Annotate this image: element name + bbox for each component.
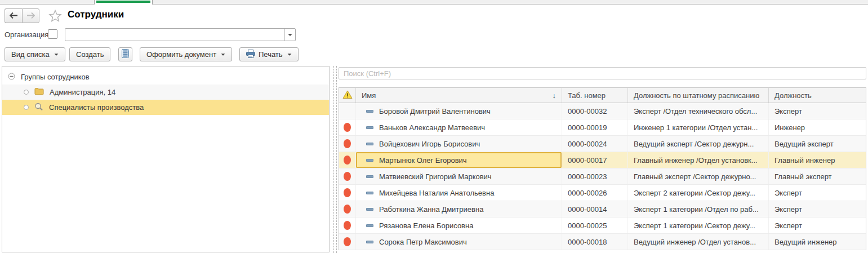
- back-button[interactable]: [5, 8, 22, 23]
- report-stack-button[interactable]: [118, 47, 132, 61]
- number-cell[interactable]: 0000-00019: [562, 119, 628, 135]
- name-cell[interactable]: Михейцева Наталия Анатольевна: [356, 185, 562, 201]
- employee-number: 0000-00024: [568, 140, 607, 148]
- favorite-star-icon[interactable]: [48, 9, 62, 23]
- name-cell[interactable]: Матвиевский Григорий Маркович: [356, 168, 562, 184]
- number-cell[interactable]: 0000-00024: [562, 136, 628, 152]
- warning-column-header[interactable]: [339, 88, 356, 103]
- panel-splitter[interactable]: [333, 66, 334, 253]
- table-row[interactable]: Михейцева Наталия Анатольевна 0000-00026…: [339, 185, 866, 201]
- forward-button[interactable]: [22, 8, 39, 23]
- create-button[interactable]: Создать: [69, 47, 110, 61]
- active-tab[interactable]: [94, 0, 153, 5]
- history-nav: [5, 8, 39, 23]
- tree-root-label: Группы сотрудников: [21, 73, 90, 81]
- number-cell[interactable]: 0000-00017: [562, 152, 628, 168]
- position-staff-text: Эксперт 2 категории /Сектор дежу...: [634, 189, 755, 197]
- number-cell[interactable]: 0000-00026: [562, 185, 628, 201]
- table-row[interactable]: Боровой Дмитрий Валентинович 0000-00032 …: [339, 103, 866, 119]
- table-row[interactable]: Рязанова Елена Борисовна 0000-00025 Эксп…: [339, 218, 866, 234]
- issue-document-button[interactable]: Оформить документ: [140, 47, 232, 61]
- panel-splitter[interactable]: [336, 66, 337, 253]
- table-row[interactable]: Работкина Жанна Дмитриевна 0000-00014 Эк…: [339, 201, 866, 218]
- position-cell[interactable]: Эксперт: [769, 185, 866, 201]
- employee-table: Имя ↓ Таб. номер Должность по штатному р…: [339, 87, 866, 250]
- view-list-label: Вид списка: [11, 50, 50, 59]
- name-cell[interactable]: Войцехович Игорь Борисович: [356, 136, 562, 152]
- position-cell[interactable]: Инженер: [769, 119, 866, 135]
- search-input[interactable]: [339, 67, 866, 79]
- number-cell[interactable]: 0000-00032: [562, 103, 628, 119]
- position-cell[interactable]: Ведущий эксперт: [769, 136, 866, 152]
- chevron-down-icon: [54, 54, 58, 55]
- table-row[interactable]: Матвиевский Григорий Маркович 0000-00023…: [339, 168, 866, 185]
- column-header-number[interactable]: Таб. номер: [562, 88, 628, 103]
- name-cell[interactable]: Боровой Дмитрий Валентинович: [356, 103, 562, 119]
- employee-number: 0000-00023: [568, 172, 607, 181]
- column-header-position[interactable]: Должность: [769, 88, 866, 103]
- position-cell[interactable]: Главный инженер: [769, 152, 866, 168]
- number-cell[interactable]: 0000-00014: [562, 201, 628, 217]
- status-cell: [339, 201, 356, 217]
- name-cell[interactable]: Ваньков Александр Матвеевич: [356, 119, 562, 135]
- position-cell[interactable]: Эксперт: [769, 103, 866, 119]
- position-cell[interactable]: Эксперт: [769, 218, 866, 233]
- table-row[interactable]: Войцехович Игорь Борисович 0000-00024 Ве…: [339, 136, 866, 152]
- position-staff-cell[interactable]: Инженер 1 категории /Отдел устан...: [628, 119, 769, 135]
- view-list-button[interactable]: Вид списка: [5, 47, 65, 61]
- organization-input[interactable]: [65, 29, 284, 41]
- position-staff-cell[interactable]: Эксперт /Отдел технического обсл...: [628, 103, 769, 119]
- number-cell[interactable]: 0000-00025: [562, 218, 628, 233]
- radio-circle-icon: [24, 90, 29, 95]
- position-staff-text: Эксперт 1 категории /Сектор дежу...: [634, 221, 755, 230]
- table-row[interactable]: Сорока Петр Максимович 0000-00018 Ведущи…: [339, 234, 866, 250]
- name-cell[interactable]: Сорока Петр Максимович: [356, 234, 562, 250]
- tree-item-administration[interactable]: Администрация, 14: [2, 85, 329, 100]
- position-staff-cell[interactable]: Главный инженер /Отдел установк...: [628, 152, 769, 168]
- employee-name: Боровой Дмитрий Валентинович: [379, 107, 491, 116]
- position-text: Ведущий эксперт: [774, 140, 834, 148]
- arrow-left-icon: [10, 12, 18, 20]
- position-staff-cell[interactable]: Ведущий инженер /Отдел установ...: [628, 234, 769, 250]
- organization-checkbox[interactable]: [48, 29, 57, 39]
- status-cell: [339, 119, 356, 135]
- employee-name: Рязанова Елена Борисовна: [379, 221, 473, 230]
- name-cell[interactable]: Рязанова Елена Борисовна: [356, 218, 562, 233]
- employee-name: Работкина Жанна Дмитриевна: [379, 205, 483, 214]
- collapse-icon[interactable]: [8, 73, 15, 82]
- position-cell[interactable]: Ведущий инженер: [769, 234, 866, 250]
- chevron-down-icon: [221, 54, 225, 55]
- number-cell[interactable]: 0000-00023: [562, 168, 628, 184]
- number-cell[interactable]: 0000-00018: [562, 234, 628, 250]
- table-row[interactable]: Ваньков Александр Матвеевич 0000-00019 И…: [339, 119, 866, 136]
- tree-item-label: Специалисты производства: [49, 103, 144, 112]
- status-cell: [339, 218, 356, 233]
- position-staff-cell[interactable]: Эксперт 1 категории /Отдел по раб...: [628, 201, 769, 217]
- employee-number: 0000-00026: [568, 189, 607, 197]
- tree-item-production-specialists[interactable]: Специалисты производства: [2, 100, 329, 115]
- position-staff-cell[interactable]: Эксперт 1 категории /Сектор дежу...: [628, 218, 769, 233]
- position-staff-cell[interactable]: Главный эксперт /Сектор дежурно...: [628, 168, 769, 184]
- column-header-position-staff[interactable]: Должность по штатному расписанию: [628, 88, 769, 103]
- employee-name: Сорока Петр Максимович: [379, 238, 467, 246]
- print-button[interactable]: Печать: [239, 47, 299, 61]
- status-dot-icon: [344, 172, 351, 181]
- employee-groups-tree: Группы сотрудников Администрация, 14 Спе…: [2, 66, 330, 252]
- warning-icon: [342, 90, 353, 101]
- name-cell[interactable]: Работкина Жанна Дмитриевна: [356, 201, 562, 217]
- position-text: Эксперт: [774, 221, 802, 230]
- position-cell[interactable]: Эксперт: [769, 201, 866, 217]
- employee-dash-icon: [366, 192, 373, 194]
- table-row[interactable]: Мартынюк Олег Егорович 0000-00017 Главны…: [339, 152, 866, 168]
- column-header-name[interactable]: Имя ↓: [356, 88, 562, 103]
- position-staff-cell[interactable]: Эксперт 2 категории /Сектор дежу...: [628, 185, 769, 201]
- organization-dropdown-button[interactable]: [284, 29, 295, 41]
- name-cell[interactable]: Мартынюк Олег Егорович: [356, 152, 562, 168]
- employee-number: 0000-00018: [568, 238, 607, 246]
- position-text: Эксперт: [774, 107, 802, 116]
- magnifier-icon: [34, 103, 43, 113]
- tree-root-employee-groups[interactable]: Группы сотрудников: [2, 69, 329, 85]
- position-staff-cell[interactable]: Ведущий эксперт /Сектор дежурн...: [628, 136, 769, 152]
- printer-icon: [246, 50, 255, 60]
- position-cell[interactable]: Главный эксперт: [769, 168, 866, 184]
